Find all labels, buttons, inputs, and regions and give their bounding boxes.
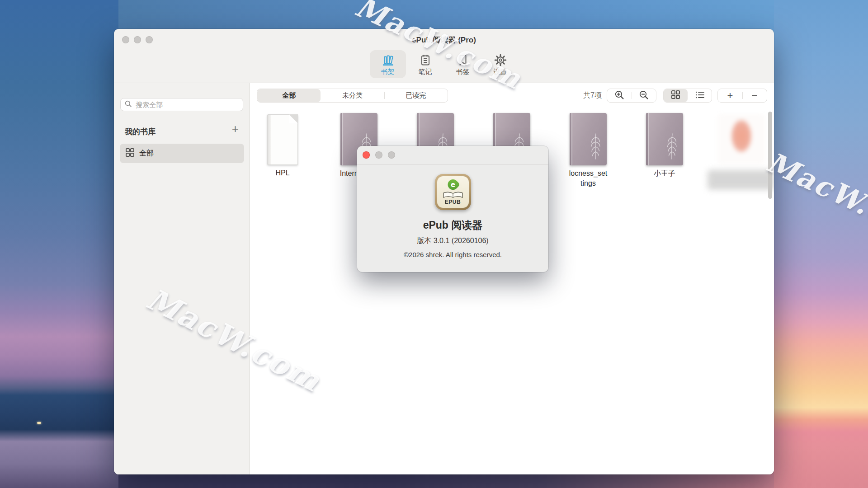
toolbar-tab-书签[interactable]: 书签	[445, 50, 481, 78]
book-item[interactable]: locness_settings	[552, 113, 624, 188]
notes-icon	[419, 53, 432, 67]
toolbar-tab-笔记[interactable]: 笔记	[407, 50, 443, 78]
book-label: HPL	[275, 168, 289, 178]
toolbar-tab-label: 设置	[494, 68, 507, 76]
book-cover	[570, 113, 607, 165]
book-item[interactable]: 小王子	[628, 113, 701, 178]
toolbar-tab-icon	[381, 53, 395, 67]
book-label: locness_settings	[569, 169, 608, 188]
book-item-blurred[interactable]	[705, 113, 774, 190]
toolbar-tab-设置[interactable]: 设置	[482, 50, 519, 78]
titlebar[interactable]: ePub 阅读器 (Pro)	[114, 29, 774, 50]
book-item[interactable]: HPL	[246, 113, 319, 178]
wallpaper-light-dot	[37, 422, 41, 424]
sidebar: 我的书库 + 全部	[114, 83, 250, 474]
bookmark-icon	[456, 53, 470, 67]
toolbar-tab-label: 书架	[381, 68, 395, 76]
document-icon	[267, 114, 298, 165]
epub-leaf-icon: e	[445, 177, 460, 192]
about-copyright: ©2026 shrek. All rights reserved.	[357, 251, 548, 258]
bookshelf-icon	[381, 53, 395, 67]
search-box[interactable]	[120, 98, 243, 111]
epub-icon-word: EPUB	[437, 199, 469, 205]
book-cover	[646, 113, 683, 165]
about-app-name: ePub 阅读器	[357, 218, 548, 232]
plant-decoration	[664, 132, 679, 160]
book-label: 小王子	[654, 169, 675, 178]
toolbar-tab-icon	[419, 53, 432, 67]
toolbar-tab-icon	[494, 53, 507, 67]
sidebar-item-all[interactable]: 全部	[120, 144, 244, 163]
blurred-label	[708, 170, 774, 190]
toolbar: 书架 笔记 书签 设置	[114, 50, 774, 83]
toolbar-tab-书架[interactable]: 书架	[370, 50, 406, 78]
search-icon	[124, 100, 132, 108]
bookshelf-grid: HPL Internet_st_ locness_settings	[250, 83, 774, 474]
about-dialog: e EPUB ePub 阅读器 版本 3.0.1 (20260106) ©202…	[357, 146, 548, 272]
plant-decoration	[588, 132, 603, 160]
desktop-wallpaper-right	[774, 0, 868, 488]
grid-icon	[125, 148, 135, 157]
search-icon	[124, 100, 135, 109]
about-dialog-titlebar[interactable]	[357, 146, 548, 164]
epub-app-icon-inner: e EPUB	[437, 176, 469, 208]
content-area: 全部未分类已读完 共7项 + − HPL	[250, 83, 774, 474]
library-header: 我的书库	[125, 127, 156, 137]
blurred-cover	[717, 114, 765, 164]
toolbar-tab-icon	[456, 53, 470, 67]
add-library-button[interactable]: +	[232, 123, 239, 135]
about-version: 版本 3.0.1 (20260106)	[357, 236, 548, 246]
grid-icon	[125, 148, 135, 159]
toolbar-tab-label: 笔记	[419, 68, 432, 76]
epub-app-icon: e EPUB	[435, 174, 471, 210]
search-input[interactable]	[135, 100, 239, 109]
vertical-scrollbar-thumb[interactable]	[768, 112, 772, 199]
open-book-icon	[443, 191, 463, 199]
dialog-minimize-button[interactable]	[375, 151, 382, 159]
dialog-zoom-button[interactable]	[388, 151, 395, 159]
dialog-close-button[interactable]	[363, 151, 370, 159]
window-title: ePub 阅读器 (Pro)	[114, 35, 774, 45]
desktop-wallpaper-left	[0, 0, 118, 488]
toolbar-tab-label: 书签	[456, 68, 470, 76]
gear-icon	[494, 53, 507, 67]
sidebar-item-label: 全部	[139, 149, 154, 158]
